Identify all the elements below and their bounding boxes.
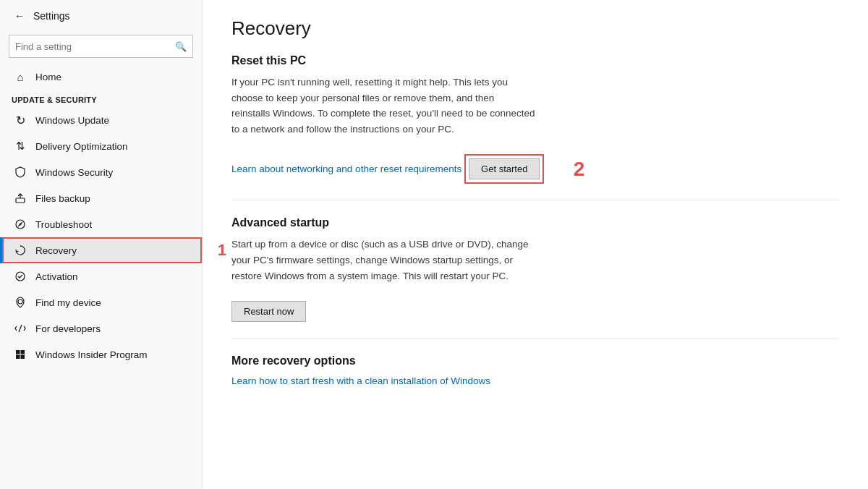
sidebar-header: ← Settings	[0, 0, 202, 32]
annotation-2: 2	[574, 158, 585, 181]
advanced-section-heading: Advanced startup	[231, 216, 839, 229]
sidebar-item-find-my-device-label: Find my device	[35, 297, 101, 308]
sidebar-item-find-my-device[interactable]: Find my device	[0, 289, 202, 315]
svg-rect-7	[16, 350, 20, 354]
more-recovery-section: More recovery options Learn how to start…	[231, 354, 839, 386]
sidebar-item-windows-security[interactable]: Windows Security	[0, 159, 202, 185]
divider-2	[231, 338, 839, 339]
sidebar-item-troubleshoot-label: Troubleshoot	[35, 219, 92, 230]
sidebar-item-for-developers-label: For developers	[35, 323, 101, 334]
back-button[interactable]: ←	[12, 7, 27, 25]
sidebar-item-activation-label: Activation	[35, 271, 78, 282]
recovery-icon	[14, 244, 27, 257]
sidebar-item-activation[interactable]: Activation	[0, 263, 202, 289]
divider-1	[231, 200, 839, 200]
sidebar-item-troubleshoot[interactable]: Troubleshoot	[0, 211, 202, 237]
search-input[interactable]	[15, 41, 175, 52]
sidebar-item-windows-update[interactable]: ↻ Windows Update	[0, 107, 202, 133]
recovery-highlight-box	[2, 237, 202, 263]
svg-rect-8	[21, 350, 25, 354]
advanced-section-description: Start up from a device or disc (such as …	[231, 237, 535, 284]
windows-security-icon	[14, 166, 27, 179]
restart-now-button[interactable]: Restart now	[231, 301, 306, 322]
activation-icon	[14, 270, 27, 283]
svg-point-4	[16, 272, 25, 281]
svg-rect-9	[16, 355, 20, 360]
get-started-highlight-box: Get started	[464, 154, 544, 184]
sidebar-item-windows-update-label: Windows Update	[35, 115, 109, 126]
sidebar-item-home[interactable]: ⌂ Home	[0, 64, 202, 90]
svg-point-3	[20, 224, 22, 226]
sidebar-item-recovery-label: Recovery	[35, 245, 77, 256]
section-label: Update & Security	[0, 90, 202, 107]
clean-install-link[interactable]: Learn how to start fresh with a clean in…	[231, 375, 490, 386]
sidebar-item-recovery[interactable]: Recovery 1	[0, 237, 202, 263]
page-title: Recovery	[231, 17, 839, 40]
get-started-button[interactable]: Get started	[469, 158, 540, 179]
reset-section-description: If your PC isn't running well, resetting…	[231, 75, 535, 137]
sidebar-item-home-label: Home	[35, 72, 61, 82]
find-my-device-icon	[14, 296, 27, 309]
sidebar-item-files-backup[interactable]: Files backup	[0, 185, 202, 211]
svg-rect-0	[16, 198, 25, 203]
sidebar-item-for-developers[interactable]: For developers	[0, 315, 202, 341]
svg-line-6	[19, 325, 22, 332]
reset-section: Reset this PC If your PC isn't running w…	[231, 54, 839, 184]
main-content: Recovery Reset this PC If your PC isn't …	[203, 0, 868, 489]
sidebar-item-windows-insider-label: Windows Insider Program	[35, 349, 148, 360]
more-recovery-heading: More recovery options	[231, 354, 839, 367]
sidebar-title: Settings	[33, 10, 70, 22]
windows-insider-icon	[14, 348, 27, 361]
search-box[interactable]: 🔍	[9, 35, 193, 58]
search-icon-button[interactable]: 🔍	[175, 41, 187, 52]
windows-update-icon: ↻	[14, 114, 27, 127]
reset-section-heading: Reset this PC	[231, 54, 839, 67]
delivery-optimization-icon: ⇅	[14, 140, 27, 153]
reset-learn-more-link[interactable]: Learn about networking and other reset r…	[231, 163, 461, 174]
annotation-1: 1	[218, 241, 226, 260]
for-developers-icon	[14, 322, 27, 335]
advanced-startup-section: Advanced startup Start up from a device …	[231, 216, 839, 322]
files-backup-icon	[14, 192, 27, 205]
svg-rect-10	[21, 355, 25, 360]
svg-point-5	[18, 299, 22, 304]
sidebar-item-delivery-optimization-label: Delivery Optimization	[35, 141, 128, 152]
sidebar-item-windows-security-label: Windows Security	[35, 167, 113, 178]
home-icon: ⌂	[14, 70, 27, 83]
sidebar-item-files-backup-label: Files backup	[35, 193, 90, 204]
sidebar-item-windows-insider[interactable]: Windows Insider Program	[0, 341, 202, 367]
troubleshoot-icon	[14, 218, 27, 231]
sidebar: ← Settings 🔍 ⌂ Home Update & Security ↻ …	[0, 0, 203, 489]
sidebar-item-delivery-optimization[interactable]: ⇅ Delivery Optimization	[0, 133, 202, 159]
